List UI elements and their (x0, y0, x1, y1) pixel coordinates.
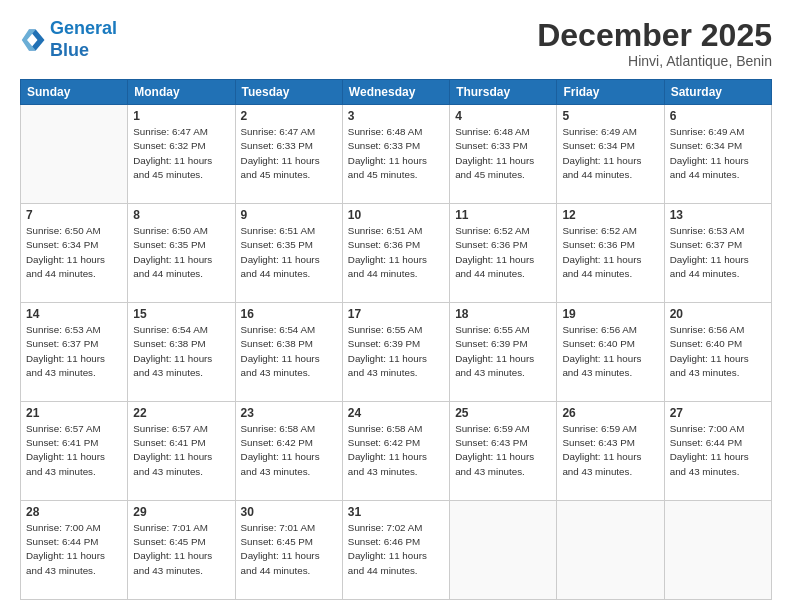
day-info: Sunrise: 6:56 AMSunset: 6:40 PMDaylight:… (562, 323, 658, 380)
logo-text: General Blue (50, 18, 117, 61)
col-sunday: Sunday (21, 80, 128, 105)
col-tuesday: Tuesday (235, 80, 342, 105)
table-row: 10 Sunrise: 6:51 AMSunset: 6:36 PMDaylig… (342, 204, 449, 303)
table-row: 24 Sunrise: 6:58 AMSunset: 6:42 PMDaylig… (342, 402, 449, 501)
day-number: 10 (348, 208, 444, 222)
logo-general: General (50, 18, 117, 38)
table-row: 28 Sunrise: 7:00 AMSunset: 6:44 PMDaylig… (21, 501, 128, 600)
calendar-week-row: 7 Sunrise: 6:50 AMSunset: 6:34 PMDayligh… (21, 204, 772, 303)
day-info: Sunrise: 6:53 AMSunset: 6:37 PMDaylight:… (670, 224, 766, 281)
day-number: 16 (241, 307, 337, 321)
day-number: 7 (26, 208, 122, 222)
day-info: Sunrise: 7:00 AMSunset: 6:44 PMDaylight:… (670, 422, 766, 479)
day-info: Sunrise: 6:54 AMSunset: 6:38 PMDaylight:… (241, 323, 337, 380)
day-number: 19 (562, 307, 658, 321)
calendar-header-row: Sunday Monday Tuesday Wednesday Thursday… (21, 80, 772, 105)
day-number: 2 (241, 109, 337, 123)
day-info: Sunrise: 6:55 AMSunset: 6:39 PMDaylight:… (348, 323, 444, 380)
col-thursday: Thursday (450, 80, 557, 105)
day-info: Sunrise: 6:57 AMSunset: 6:41 PMDaylight:… (26, 422, 122, 479)
day-number: 25 (455, 406, 551, 420)
table-row (664, 501, 771, 600)
calendar-week-row: 14 Sunrise: 6:53 AMSunset: 6:37 PMDaylig… (21, 303, 772, 402)
logo-icon (20, 26, 48, 54)
day-number: 11 (455, 208, 551, 222)
table-row: 8 Sunrise: 6:50 AMSunset: 6:35 PMDayligh… (128, 204, 235, 303)
day-info: Sunrise: 6:59 AMSunset: 6:43 PMDaylight:… (455, 422, 551, 479)
day-number: 18 (455, 307, 551, 321)
table-row: 25 Sunrise: 6:59 AMSunset: 6:43 PMDaylig… (450, 402, 557, 501)
table-row: 11 Sunrise: 6:52 AMSunset: 6:36 PMDaylig… (450, 204, 557, 303)
month-title: December 2025 (537, 18, 772, 53)
table-row: 29 Sunrise: 7:01 AMSunset: 6:45 PMDaylig… (128, 501, 235, 600)
table-row: 7 Sunrise: 6:50 AMSunset: 6:34 PMDayligh… (21, 204, 128, 303)
day-info: Sunrise: 6:49 AMSunset: 6:34 PMDaylight:… (562, 125, 658, 182)
calendar-week-row: 28 Sunrise: 7:00 AMSunset: 6:44 PMDaylig… (21, 501, 772, 600)
day-info: Sunrise: 6:58 AMSunset: 6:42 PMDaylight:… (241, 422, 337, 479)
day-number: 5 (562, 109, 658, 123)
day-info: Sunrise: 6:51 AMSunset: 6:35 PMDaylight:… (241, 224, 337, 281)
day-number: 20 (670, 307, 766, 321)
table-row: 19 Sunrise: 6:56 AMSunset: 6:40 PMDaylig… (557, 303, 664, 402)
location-subtitle: Hinvi, Atlantique, Benin (537, 53, 772, 69)
day-number: 28 (26, 505, 122, 519)
day-info: Sunrise: 6:48 AMSunset: 6:33 PMDaylight:… (455, 125, 551, 182)
day-info: Sunrise: 6:56 AMSunset: 6:40 PMDaylight:… (670, 323, 766, 380)
day-number: 15 (133, 307, 229, 321)
title-block: December 2025 Hinvi, Atlantique, Benin (537, 18, 772, 69)
day-number: 6 (670, 109, 766, 123)
day-number: 14 (26, 307, 122, 321)
table-row: 9 Sunrise: 6:51 AMSunset: 6:35 PMDayligh… (235, 204, 342, 303)
table-row: 1 Sunrise: 6:47 AMSunset: 6:32 PMDayligh… (128, 105, 235, 204)
table-row: 16 Sunrise: 6:54 AMSunset: 6:38 PMDaylig… (235, 303, 342, 402)
page: General Blue December 2025 Hinvi, Atlant… (0, 0, 792, 612)
table-row: 23 Sunrise: 6:58 AMSunset: 6:42 PMDaylig… (235, 402, 342, 501)
day-info: Sunrise: 6:53 AMSunset: 6:37 PMDaylight:… (26, 323, 122, 380)
col-wednesday: Wednesday (342, 80, 449, 105)
day-info: Sunrise: 6:59 AMSunset: 6:43 PMDaylight:… (562, 422, 658, 479)
day-number: 31 (348, 505, 444, 519)
table-row (450, 501, 557, 600)
calendar-week-row: 1 Sunrise: 6:47 AMSunset: 6:32 PMDayligh… (21, 105, 772, 204)
day-number: 12 (562, 208, 658, 222)
day-info: Sunrise: 6:54 AMSunset: 6:38 PMDaylight:… (133, 323, 229, 380)
day-info: Sunrise: 7:01 AMSunset: 6:45 PMDaylight:… (133, 521, 229, 578)
day-info: Sunrise: 7:01 AMSunset: 6:45 PMDaylight:… (241, 521, 337, 578)
table-row: 31 Sunrise: 7:02 AMSunset: 6:46 PMDaylig… (342, 501, 449, 600)
day-info: Sunrise: 6:52 AMSunset: 6:36 PMDaylight:… (455, 224, 551, 281)
table-row: 2 Sunrise: 6:47 AMSunset: 6:33 PMDayligh… (235, 105, 342, 204)
day-info: Sunrise: 6:55 AMSunset: 6:39 PMDaylight:… (455, 323, 551, 380)
day-number: 8 (133, 208, 229, 222)
table-row: 14 Sunrise: 6:53 AMSunset: 6:37 PMDaylig… (21, 303, 128, 402)
logo-blue: Blue (50, 40, 89, 60)
day-info: Sunrise: 7:02 AMSunset: 6:46 PMDaylight:… (348, 521, 444, 578)
col-friday: Friday (557, 80, 664, 105)
table-row (21, 105, 128, 204)
day-number: 9 (241, 208, 337, 222)
table-row: 21 Sunrise: 6:57 AMSunset: 6:41 PMDaylig… (21, 402, 128, 501)
day-info: Sunrise: 6:50 AMSunset: 6:34 PMDaylight:… (26, 224, 122, 281)
day-info: Sunrise: 6:47 AMSunset: 6:33 PMDaylight:… (241, 125, 337, 182)
logo: General Blue (20, 18, 117, 61)
day-info: Sunrise: 6:51 AMSunset: 6:36 PMDaylight:… (348, 224, 444, 281)
calendar-week-row: 21 Sunrise: 6:57 AMSunset: 6:41 PMDaylig… (21, 402, 772, 501)
table-row: 5 Sunrise: 6:49 AMSunset: 6:34 PMDayligh… (557, 105, 664, 204)
day-number: 1 (133, 109, 229, 123)
day-info: Sunrise: 6:58 AMSunset: 6:42 PMDaylight:… (348, 422, 444, 479)
table-row: 12 Sunrise: 6:52 AMSunset: 6:36 PMDaylig… (557, 204, 664, 303)
day-info: Sunrise: 6:49 AMSunset: 6:34 PMDaylight:… (670, 125, 766, 182)
day-number: 4 (455, 109, 551, 123)
table-row: 13 Sunrise: 6:53 AMSunset: 6:37 PMDaylig… (664, 204, 771, 303)
table-row: 22 Sunrise: 6:57 AMSunset: 6:41 PMDaylig… (128, 402, 235, 501)
table-row: 18 Sunrise: 6:55 AMSunset: 6:39 PMDaylig… (450, 303, 557, 402)
day-number: 3 (348, 109, 444, 123)
day-number: 21 (26, 406, 122, 420)
table-row: 4 Sunrise: 6:48 AMSunset: 6:33 PMDayligh… (450, 105, 557, 204)
table-row: 3 Sunrise: 6:48 AMSunset: 6:33 PMDayligh… (342, 105, 449, 204)
day-info: Sunrise: 6:50 AMSunset: 6:35 PMDaylight:… (133, 224, 229, 281)
table-row (557, 501, 664, 600)
day-number: 17 (348, 307, 444, 321)
header: General Blue December 2025 Hinvi, Atlant… (20, 18, 772, 69)
day-number: 27 (670, 406, 766, 420)
day-number: 24 (348, 406, 444, 420)
